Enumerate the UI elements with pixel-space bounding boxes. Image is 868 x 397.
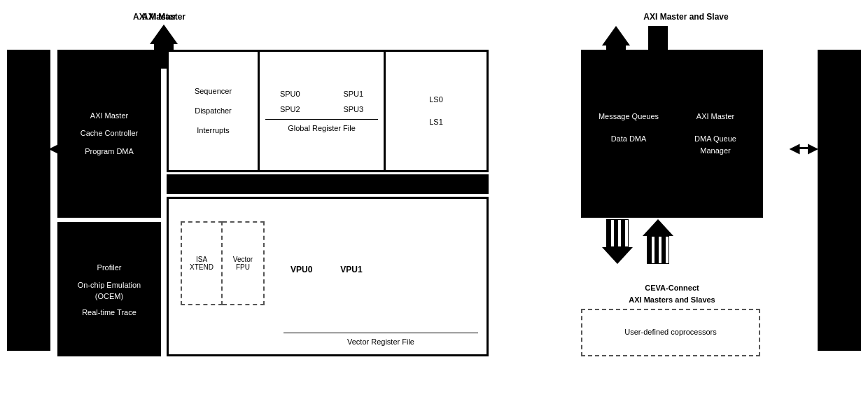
ls-panel: LS0 LS1 bbox=[386, 52, 486, 170]
diagram-container: AXI Master AXI Master ◀ ▶ AXI Master Cac… bbox=[0, 0, 868, 397]
center-bottom-box: ISA XTEND Vector FPU VPU0 VPU1 Vector Re… bbox=[167, 197, 489, 356]
vpu0-label: VPU0 bbox=[290, 265, 312, 274]
ls1-label: LS1 bbox=[429, 118, 443, 126]
left-top-box: AXI Master Cache Controller Program DMA bbox=[57, 50, 161, 218]
profiler-label: Profiler bbox=[97, 260, 122, 275]
vpu-top: VPU0 VPU1 bbox=[284, 207, 478, 333]
user-defined-label: User-defined coprocessors bbox=[624, 326, 716, 339]
ceva-arrow-up bbox=[643, 219, 673, 264]
axi-master-slave-label: AXI Master and Slave bbox=[588, 12, 784, 22]
sequencer-panel: Sequencer Dispatcher Interrupts bbox=[169, 52, 260, 170]
spu1-label: SPU1 bbox=[343, 90, 363, 98]
isa-box: ISA XTEND bbox=[181, 221, 223, 305]
data-dma-label: Data DMA bbox=[592, 133, 665, 156]
global-reg-label: Global Register File bbox=[265, 119, 378, 132]
spu0-label: SPU0 bbox=[280, 90, 300, 98]
left-bar bbox=[7, 50, 50, 351]
center-top-box: Sequencer Dispatcher Interrupts SPU0 SPU… bbox=[167, 50, 489, 172]
dispatcher-label: Dispatcher bbox=[195, 103, 232, 118]
left-bottom-box: Profiler On-chip Emulation (OCEM) Real-t… bbox=[57, 222, 161, 356]
center-bus-bar bbox=[167, 174, 489, 194]
right-top-box: Message Queues AXI Master Data DMA DMA Q… bbox=[581, 50, 763, 218]
spu3-label: SPU3 bbox=[343, 105, 363, 113]
interrupts-label: Interrupts bbox=[197, 123, 229, 138]
ocem-label: On-chip Emulation (OCEM) bbox=[66, 279, 153, 302]
sequencer-label: Sequencer bbox=[195, 83, 232, 99]
left-double-arrow: ◀ ▶ bbox=[49, 141, 77, 156]
spu-panel: SPU0 SPU1 SPU2 SPU3 Global Register File bbox=[260, 52, 386, 170]
trace-label: Real-time Trace bbox=[82, 307, 136, 319]
ceva-arrows bbox=[602, 219, 673, 264]
vpu-section: VPU0 VPU1 Vector Register File bbox=[284, 207, 478, 346]
vector-register-label: Vector Register File bbox=[284, 333, 478, 346]
dma-queue-label: DMA Queue Manager bbox=[679, 133, 752, 156]
vpu1-label: VPU1 bbox=[340, 265, 362, 274]
vector-fpu-box: Vector FPU bbox=[223, 221, 265, 305]
ceva-arrow-down bbox=[602, 219, 633, 264]
axi-master-right-label: AXI Master bbox=[679, 111, 752, 123]
ceva-connect-label: CEVA-Connect AXI Masters and Slaves bbox=[573, 282, 771, 307]
right-double-arrow: ◀ ▶ bbox=[790, 141, 818, 156]
spu2-label: SPU2 bbox=[280, 105, 300, 113]
isa-vector-container: ISA XTEND Vector FPU bbox=[177, 207, 275, 346]
right-bar bbox=[818, 50, 861, 351]
program-dma-label: Program DMA bbox=[85, 144, 134, 159]
user-defined-box: User-defined coprocessors bbox=[581, 309, 760, 356]
ls0-label: LS0 bbox=[429, 95, 443, 104]
axi-master-box-label: AXI Master bbox=[90, 108, 128, 123]
message-queues-label: Message Queues bbox=[592, 111, 665, 123]
isa-vector-boxes: ISA XTEND Vector FPU bbox=[181, 221, 272, 305]
cache-controller-label: Cache Controller bbox=[80, 127, 139, 139]
